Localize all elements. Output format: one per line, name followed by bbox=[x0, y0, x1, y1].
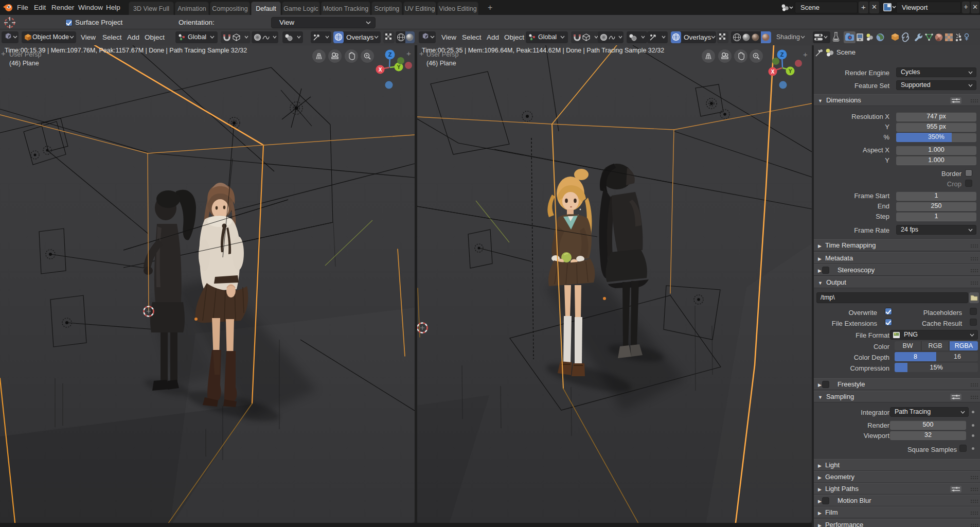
svg-text:Z: Z bbox=[780, 51, 784, 58]
svg-text:Y: Y bbox=[789, 68, 792, 74]
svg-text:Y: Y bbox=[397, 64, 401, 70]
svg-text:X: X bbox=[771, 69, 775, 75]
svg-text:Z: Z bbox=[388, 51, 392, 58]
svg-text:X: X bbox=[379, 67, 382, 73]
